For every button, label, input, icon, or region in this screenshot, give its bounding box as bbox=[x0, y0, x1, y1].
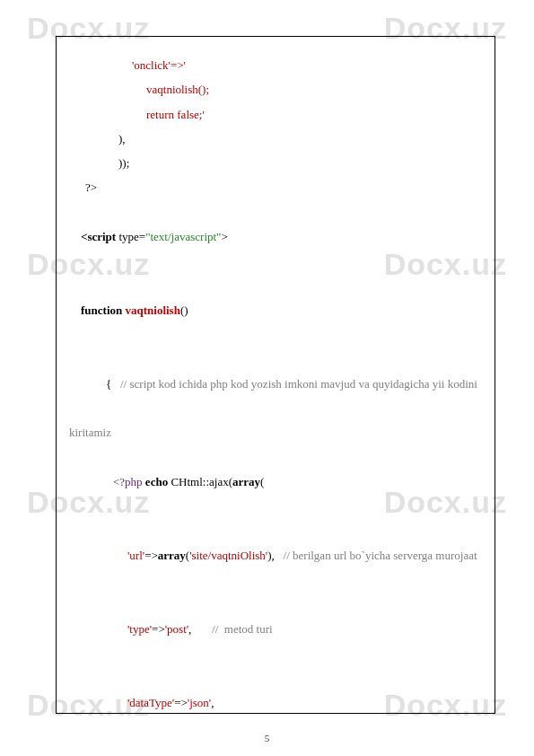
code-key: 'type' bbox=[127, 622, 152, 636]
code-string: "text/javascript" bbox=[145, 230, 221, 243]
code-comment: // metod turi bbox=[212, 622, 273, 636]
code-line: return false;' bbox=[69, 102, 482, 127]
code-keyword: array bbox=[232, 475, 260, 488]
code-line: 'type'=>'post', // metod turi bbox=[69, 593, 482, 666]
code-text: <script type="text/javascript"> bbox=[81, 230, 228, 243]
page-number: 5 bbox=[0, 733, 534, 743]
code-string: 'json' bbox=[188, 696, 211, 709]
code-keyword: echo bbox=[145, 475, 168, 488]
code-line: vaqtniolish(); bbox=[69, 77, 482, 101]
code-line: )); bbox=[69, 151, 482, 175]
code-string: 'site/vaqtniOlish' bbox=[189, 549, 267, 562]
code-fn-name: vaqtniolish bbox=[122, 303, 180, 317]
code-string: 'post' bbox=[165, 622, 188, 636]
code-line: <script type="text/javascript"> bbox=[69, 200, 482, 274]
code-line: 'dataType'=>'json', bbox=[69, 665, 482, 714]
code-content-box: 'onclick'=>' vaqtniolish(); return false… bbox=[56, 36, 495, 714]
code-key: 'dataType' bbox=[127, 696, 174, 709]
code-line: ?> bbox=[69, 175, 482, 199]
code-keyword: array bbox=[158, 549, 186, 562]
code-comment: // berilgan url bo`yicha serverga muroja… bbox=[284, 549, 477, 562]
code-php-tag: <?php bbox=[113, 475, 145, 488]
code-tag: <script bbox=[81, 230, 116, 243]
code-line: 'url'=>array('site/vaqtniOlish'), // ber… bbox=[69, 519, 482, 593]
code-keyword: function bbox=[81, 303, 122, 317]
code-line: ), bbox=[69, 127, 482, 151]
code-comment: // script kod ichida php kod yozish imko… bbox=[120, 377, 477, 391]
code-key: 'url' bbox=[127, 549, 144, 562]
code-comment: kiritamiz bbox=[69, 420, 482, 444]
code-line: 'onclick'=>' bbox=[69, 53, 482, 77]
code-line: <?php echo CHtml::ajax(array( bbox=[69, 445, 482, 519]
code-line: function vaqtniolish() bbox=[69, 274, 482, 347]
code-line: { // script kod ichida php kod yozish im… bbox=[69, 347, 482, 421]
